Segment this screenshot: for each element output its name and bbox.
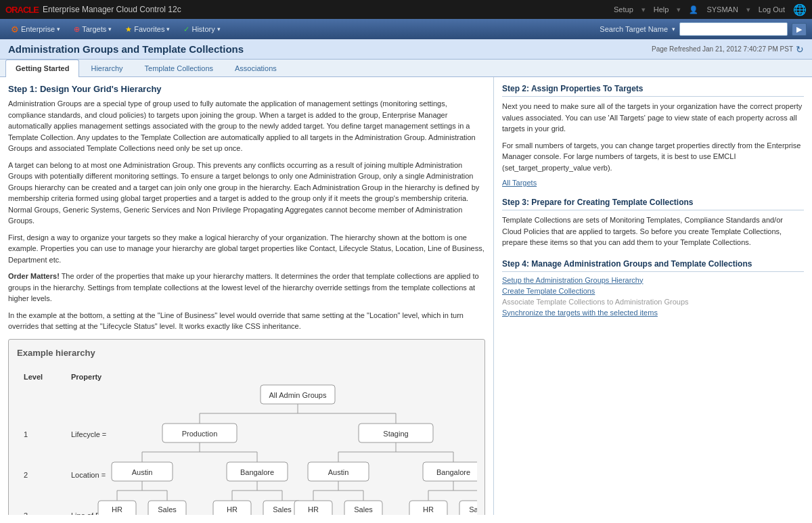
svg-text:Sales: Sales — [469, 505, 477, 514]
svg-text:Austin: Austin — [132, 468, 153, 476]
search-button[interactable]: ▶ — [792, 23, 807, 36]
tab-getting-started[interactable]: Getting Started — [5, 60, 79, 77]
header-left: ORACLE Enterprise Manager Cloud Control … — [5, 5, 181, 15]
favorites-icon: ★ — [125, 25, 132, 34]
step4-link-3[interactable]: Synchronize the targets with the selecte… — [502, 309, 804, 317]
svg-text:Sales: Sales — [354, 505, 373, 514]
hierarchy-box: Example hierarchy Level Property All Adm… — [8, 339, 485, 516]
svg-text:Austin: Austin — [328, 468, 349, 476]
history-icon: ✓ — [183, 25, 189, 34]
hierarchy-diagram: Level Property All Admin Groups 1 Lifecy… — [17, 366, 477, 516]
step2-para2: For small numbers of targets, you can ch… — [502, 140, 804, 174]
header-sep3: ▾ — [746, 5, 750, 14]
svg-text:Bangalore: Bangalore — [240, 468, 274, 476]
svg-text:Property: Property — [71, 373, 102, 381]
step1-para3: First, design a way to organize your tar… — [8, 232, 485, 266]
search-label: Search Target Name — [600, 25, 668, 33]
nav-right: Search Target Name ▾ ▶ — [600, 22, 807, 36]
nav-enterprise-label: Enterprise — [21, 25, 55, 33]
step1-para4: Order Matters! The order of the properti… — [8, 271, 485, 304]
svg-text:HR: HR — [423, 505, 434, 514]
step1-para5: In the example at the bottom, a setting … — [8, 310, 485, 332]
tabs-bar: Getting Started Hierarchy Template Colle… — [0, 60, 812, 77]
enterprise-arrow: ▾ — [57, 26, 60, 32]
all-targets-link[interactable]: All Targets — [502, 179, 537, 187]
svg-text:HR: HR — [227, 505, 238, 514]
step2-para1: Next you need to make sure all of the ta… — [502, 101, 804, 135]
step2-section: Step 2: Assign Properties To Targets Nex… — [502, 84, 804, 187]
tab-hierarchy[interactable]: Hierarchy — [81, 60, 133, 76]
svg-text:Level: Level — [24, 373, 43, 381]
history-arrow: ▾ — [217, 26, 221, 32]
top-header: ORACLE Enterprise Manager Cloud Control … — [0, 0, 812, 19]
svg-text:Location =: Location = — [71, 471, 106, 479]
step1-heading: Step 1: Design Your Grid's Hierarchy — [8, 84, 485, 94]
main-content: Step 1: Design Your Grid's Hierarchy Adm… — [0, 77, 812, 515]
svg-text:3: 3 — [24, 511, 28, 516]
nav-favorites[interactable]: ★ Favorites ▾ — [120, 22, 175, 37]
header-sep1: ▾ — [641, 5, 646, 14]
nav-history[interactable]: ✓ History ▾ — [178, 22, 225, 37]
step1-para4-text: The order of the properties that make up… — [8, 272, 479, 302]
svg-text:Sales: Sales — [158, 505, 177, 514]
header-right: Setup ▾ Help ▾ 👤 SYSMAN ▾ Log Out 🌐 — [614, 3, 807, 16]
svg-text:Sales: Sales — [273, 505, 292, 514]
step4-link-0[interactable]: Setup the Administration Groups Hierarch… — [502, 276, 804, 284]
svg-text:Production: Production — [182, 430, 218, 438]
page-refresh: Page Refreshed Jan 21, 2012 7:40:27 PM P… — [652, 44, 804, 55]
tab-associations[interactable]: Associations — [225, 60, 287, 76]
nav-bar: ⚙ Enterprise ▾ ⊕ Targets ▾ ★ Favorites ▾… — [0, 19, 812, 39]
em-title: Enterprise Manager Cloud Control 12c — [43, 5, 181, 14]
svg-text:All Admin Groups: All Admin Groups — [269, 391, 327, 399]
step3-para: Template Collections are sets of Monitor… — [502, 214, 804, 248]
em-sphere-icon: 🌐 — [793, 3, 807, 16]
svg-text:1: 1 — [24, 430, 28, 438]
svg-text:Lifecycle =: Lifecycle = — [71, 430, 106, 438]
sysman-link[interactable]: SYSMAN — [706, 5, 738, 14]
svg-text:HR: HR — [308, 505, 319, 514]
enterprise-icon: ⚙ — [11, 24, 19, 35]
svg-text:2: 2 — [24, 471, 28, 479]
tab-template-collections[interactable]: Template Collections — [135, 60, 224, 76]
step4-section: Step 4: Manage Administration Groups and… — [502, 259, 804, 317]
step3-section: Step 3: Prepare for Creating Template Co… — [502, 198, 804, 248]
svg-text:HR: HR — [112, 505, 122, 514]
logout-link[interactable]: Log Out — [759, 5, 785, 14]
nav-left: ⚙ Enterprise ▾ ⊕ Targets ▾ ★ Favorites ▾… — [5, 22, 226, 37]
refresh-text: Page Refreshed Jan 21, 2012 7:40:27 PM P… — [652, 45, 793, 53]
nav-targets-label: Targets — [82, 25, 106, 33]
targets-arrow: ▾ — [108, 26, 112, 32]
nav-history-label: History — [191, 25, 215, 33]
help-link[interactable]: Help — [654, 5, 669, 14]
page-title-bar: Administration Groups and Template Colle… — [0, 39, 812, 60]
search-input[interactable] — [679, 22, 788, 36]
step3-heading: Step 3: Prepare for Creating Template Co… — [502, 198, 804, 210]
header-sep2: ▾ — [677, 5, 681, 14]
nav-targets[interactable]: ⊕ Targets ▾ — [68, 22, 117, 37]
nav-favorites-label: Favorites — [134, 25, 164, 33]
oracle-logo: ORACLE — [5, 5, 39, 15]
nav-enterprise[interactable]: ⚙ Enterprise ▾ — [5, 22, 66, 37]
step4-heading: Step 4: Manage Administration Groups and… — [502, 259, 804, 272]
step4-link-2: Associate Template Collections to Admini… — [502, 298, 804, 306]
svg-text:Staging: Staging — [383, 430, 408, 438]
step1-para1: Administration Groups are a special type… — [8, 98, 485, 154]
targets-icon: ⊕ — [74, 25, 80, 34]
left-panel: Step 1: Design Your Grid's Hierarchy Adm… — [0, 77, 494, 515]
step1-para2: A target can belong to at most one Admin… — [8, 160, 485, 227]
search-arrow: ▾ — [672, 26, 675, 32]
svg-text:Bangalore: Bangalore — [436, 468, 470, 476]
setup-link[interactable]: Setup — [614, 5, 633, 14]
hierarchy-title: Example hierarchy — [17, 348, 476, 358]
refresh-icon[interactable]: ↻ — [796, 44, 804, 55]
page-title: Administration Groups and Template Colle… — [8, 43, 244, 55]
right-panel: Step 2: Assign Properties To Targets Nex… — [494, 77, 812, 515]
step2-heading: Step 2: Assign Properties To Targets — [502, 84, 804, 97]
step4-link-1[interactable]: Create Template Collections — [502, 287, 804, 295]
order-matters-label: Order Matters! — [8, 272, 60, 280]
user-icon: 👤 — [689, 5, 698, 14]
favorites-arrow: ▾ — [166, 26, 170, 32]
step4-links: Setup the Administration Groups Hierarch… — [502, 276, 804, 317]
